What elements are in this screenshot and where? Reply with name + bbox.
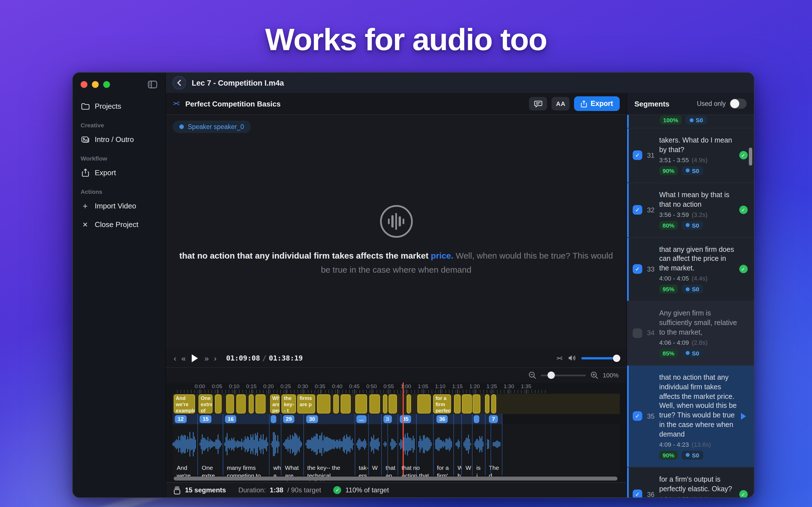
timecode-current: 01:09:08 <box>226 354 260 362</box>
segment-item-32[interactable]: ✓32What I mean by that is that no action… <box>627 183 754 238</box>
used-indicator-bar <box>627 128 629 182</box>
close-window-button[interactable] <box>81 81 87 88</box>
segment-checkbox[interactable] <box>633 328 642 338</box>
sidebar-item-import-video[interactable]: + Import Video <box>73 198 165 214</box>
timeline-clip[interactable]: And we're example o <box>173 394 195 413</box>
timeline-clip[interactable]: firms are p <box>297 394 315 413</box>
timeline-clip[interactable] <box>214 394 221 413</box>
sidebar-item-export[interactable]: Export <box>73 165 165 180</box>
segment-body: that no action that any individual firm … <box>659 373 737 460</box>
zoom-slider[interactable] <box>541 374 586 376</box>
sidebar-item-close-project[interactable]: ✕ Close Project <box>73 217 165 232</box>
timeline-clip[interactable]: for a firm perfectly <box>434 394 451 413</box>
segment-checkbox[interactable]: ✓ <box>633 490 642 498</box>
segment-number-badge[interactable]: 12 <box>175 415 186 423</box>
timeline-clip[interactable] <box>369 394 380 413</box>
segment-play-icon[interactable] <box>741 413 746 420</box>
timeline-clip[interactable] <box>356 394 367 413</box>
volume-slider-knob[interactable] <box>613 354 620 362</box>
segment-number-badge[interactable]: 15 <box>200 415 211 423</box>
timeline-clip[interactable] <box>341 394 350 413</box>
play-icon[interactable] <box>192 354 198 362</box>
segment-number-badge[interactable] <box>270 415 276 423</box>
timeline-clip[interactable] <box>383 394 387 413</box>
segment-item-34[interactable]: 34Any given firm is sufficiently small, … <box>627 301 754 365</box>
timeline-clip[interactable] <box>485 394 490 413</box>
segment-number-badge[interactable]: 29 <box>283 415 295 423</box>
timeline-clip[interactable]: the key-- t perfectly c <box>282 394 296 413</box>
timeline-clip[interactable] <box>236 394 246 413</box>
vertical-scrollbar-thumb[interactable] <box>749 148 752 166</box>
timeline-clip[interactable] <box>491 394 496 413</box>
zoom-in-icon[interactable] <box>591 371 598 379</box>
segment-number-badge[interactable] <box>474 415 479 423</box>
timeline-ruler[interactable]: 0:000:050:100:150:200:250:300:350:400:45… <box>172 383 620 394</box>
segment-checkbox[interactable]: ✓ <box>633 411 642 421</box>
timeline-clip[interactable] <box>472 394 481 413</box>
timeline-clip[interactable] <box>417 394 431 413</box>
previous-segment-icon[interactable]: ‹ <box>174 354 176 362</box>
timeline-stack[interactable]: 0:000:050:100:150:200:250:300:350:400:45… <box>172 383 620 475</box>
timeline-clip[interactable] <box>389 394 397 413</box>
timeline-clip[interactable] <box>317 394 331 413</box>
sidebar-item-intro-outro[interactable]: Intro / Outro <box>73 132 165 147</box>
segment-checkbox[interactable]: ✓ <box>633 265 642 274</box>
zoom-window-button[interactable] <box>103 81 110 88</box>
minimize-window-button[interactable] <box>92 81 99 88</box>
ruler-tick-label: 0:10 <box>229 383 239 389</box>
timeline-clip[interactable] <box>454 394 461 413</box>
segment-number-badge[interactable]: 30 <box>306 415 318 423</box>
volume-slider[interactable] <box>581 357 619 359</box>
segment-number-badge[interactable]: 16 <box>225 415 237 423</box>
timeline-clip[interactable] <box>334 394 339 413</box>
timeline-clip-label: firms are p <box>299 395 313 407</box>
split-scissors-icon[interactable]: ✂ <box>556 354 563 362</box>
playhead[interactable] <box>402 383 403 475</box>
sidebar-toggle-icon[interactable] <box>148 80 157 89</box>
segment-item-36[interactable]: ✓36for a firm's output is perfectly elas… <box>627 467 754 497</box>
segment-text: that no action that any individual firm … <box>659 373 737 439</box>
segment-checkbox[interactable]: ✓ <box>633 151 642 160</box>
segment-time: 4:09 - 4:23(13.6s) <box>659 441 737 448</box>
back-button[interactable] <box>172 76 186 90</box>
segment-time: 4:06 - 4:09(2.8s) <box>659 339 737 346</box>
timeline-clip[interactable]: What are perfect c <box>270 394 280 413</box>
timeline-clip[interactable] <box>256 394 266 413</box>
timeline-clip[interactable] <box>249 394 254 413</box>
segment-number-badge[interactable]: 35 <box>400 415 411 423</box>
segment-number-badge[interactable]: ... <box>356 415 366 423</box>
segment-badges: 80%S0 <box>659 221 737 230</box>
zoom-slider-knob[interactable] <box>548 372 555 379</box>
export-button[interactable]: Export <box>574 96 620 111</box>
used-only-toggle[interactable] <box>730 99 747 109</box>
horizontal-scrollbar[interactable] <box>172 475 620 482</box>
skip-forward-icon[interactable]: » <box>204 354 209 362</box>
sidebar-item-projects[interactable]: Projects <box>73 99 165 114</box>
segment-item-partial[interactable]: 100%S0 <box>627 115 754 128</box>
ruler-tick-label: 0:25 <box>281 383 291 389</box>
captions-button[interactable] <box>529 97 547 110</box>
segment-item-31[interactable]: ✓31takers. What do I mean by that?3:51 -… <box>627 128 754 183</box>
skip-back-icon[interactable]: « <box>181 354 186 362</box>
sidebar-section-creative: Creative <box>73 114 165 128</box>
transcript-text[interactable]: that no action that any individual firm … <box>176 249 616 277</box>
zoom-out-icon[interactable] <box>528 371 536 379</box>
segment-number-badge[interactable]: 36 <box>437 415 448 423</box>
segment-item-35[interactable]: ✓35that no action that any individual fi… <box>627 365 754 467</box>
horizontal-scrollbar-thumb[interactable] <box>174 476 617 481</box>
segment-checkbox[interactable]: ✓ <box>633 205 642 215</box>
ruler-tick <box>217 389 218 394</box>
timeline-clip[interactable] <box>226 394 234 413</box>
timeline-clip[interactable]: One extre of this cla Basically, <box>199 394 213 413</box>
timeline-clip[interactable] <box>406 394 411 413</box>
speaker-dot-icon <box>179 124 184 129</box>
segment-item-33[interactable]: ✓33that any given firm does can affect t… <box>627 237 754 301</box>
timeline-clip[interactable] <box>462 394 472 413</box>
share-icon <box>81 168 90 177</box>
ruler-tick-label: 1:20 <box>469 383 480 389</box>
volume-icon[interactable] <box>568 354 576 362</box>
speaker-badge[interactable]: Speaker speaker_0 <box>172 121 251 133</box>
waveform-canvas <box>172 431 620 457</box>
text-size-button[interactable]: AA <box>552 97 570 110</box>
next-segment-icon[interactable]: › <box>214 354 216 362</box>
